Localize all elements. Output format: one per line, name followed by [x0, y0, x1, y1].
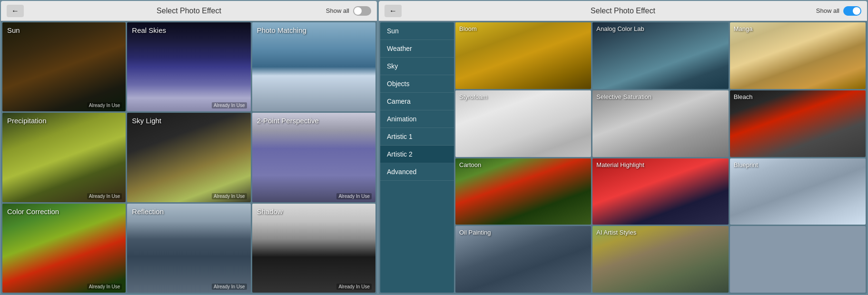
sidebar-item-artistic2[interactable]: Artistic 2	[380, 146, 454, 163]
left-grid-title-reflection: Reflection	[132, 207, 164, 216]
left-show-all: Show all	[326, 6, 371, 16]
sidebar-item-weather[interactable]: Weather	[380, 40, 454, 58]
left-grid-badge-reflection: Already In Use	[212, 284, 247, 290]
sidebar-item-sun[interactable]: Sun	[380, 22, 454, 40]
right-panel: ← Select Photo Effect Show all SunWeathe…	[379, 1, 867, 294]
left-grid-title-twopoint: 2-Point Perspective	[257, 117, 319, 125]
left-show-all-toggle[interactable]	[353, 6, 371, 16]
left-show-all-label: Show all	[326, 7, 349, 14]
effect-title-styrofoam: Styrofoam	[459, 93, 487, 100]
sidebar: SunWeatherSkyObjectsCameraAnimationArtis…	[380, 22, 454, 293]
right-show-all: Show all	[816, 6, 861, 16]
left-grid-item-realskies[interactable]: Real SkiesAlready In Use	[127, 22, 250, 111]
left-grid-badge-realskies: Already In Use	[212, 102, 247, 108]
right-back-button[interactable]: ←	[385, 5, 402, 17]
left-panel: ← Select Photo Effect Show all SunAlread…	[1, 1, 377, 294]
sidebar-item-animation[interactable]: Animation	[380, 110, 454, 128]
right-panel-title: Select Photo Effect	[591, 7, 655, 15]
effect-title-manga: Manga	[734, 25, 753, 32]
effect-title-aiartist: AI Artist Styles	[596, 229, 636, 236]
left-grid-item-photomatching[interactable]: Photo Matching	[252, 22, 375, 111]
effect-title-bleach: Bleach	[734, 93, 753, 100]
left-grid-item-reflection[interactable]: ReflectionAlready In Use	[127, 204, 250, 293]
effect-title-bloom: Bloom	[459, 25, 477, 32]
right-content: SunWeatherSkyObjectsCameraAnimationArtis…	[379, 21, 867, 294]
left-grid-badge-twopoint: Already In Use	[336, 193, 372, 199]
left-grid-title-shadow: Shadow	[257, 207, 283, 216]
sidebar-item-camera[interactable]: Camera	[380, 93, 454, 110]
left-grid-item-precipitation[interactable]: PrecipitationAlready In Use	[2, 113, 126, 202]
right-show-all-toggle[interactable]	[843, 6, 861, 16]
effect-item-analogcolorlab[interactable]: Analog Color Lab	[592, 22, 728, 89]
effect-item-blueprint[interactable]: Blueprint	[730, 158, 866, 225]
effect-item-materialhighlight[interactable]: Material Highlight	[592, 158, 728, 225]
left-back-button[interactable]: ←	[7, 5, 24, 17]
effect-item-styrofoam[interactable]: Styrofoam	[455, 90, 591, 157]
effect-title-oilpainting: Oil Painting	[459, 229, 491, 236]
left-grid-title-skylight: Sky Light	[132, 117, 161, 125]
sidebar-item-sky[interactable]: Sky	[380, 58, 454, 75]
left-grid-title-colorcorrection: Color Correction	[7, 207, 59, 216]
left-grid-item-sun[interactable]: SunAlready In Use	[2, 22, 126, 111]
effect-item-bloom[interactable]: Bloom	[455, 22, 591, 89]
effect-item-manga[interactable]: Manga	[730, 22, 866, 89]
left-grid-badge-sun: Already In Use	[87, 102, 122, 108]
left-panel-header: ← Select Photo Effect Show all	[1, 1, 377, 21]
effects-grid: BloomAnalog Color LabMangaStyrofoamSelec…	[455, 22, 866, 293]
effect-item-oilpainting[interactable]: Oil Painting	[455, 226, 591, 293]
sidebar-item-objects[interactable]: Objects	[380, 75, 454, 93]
left-grid-title-realskies: Real Skies	[132, 26, 166, 34]
left-grid-item-twopoint[interactable]: 2-Point PerspectiveAlready In Use	[252, 113, 375, 202]
right-show-all-label: Show all	[816, 7, 839, 14]
left-grid-badge-colorcorrection: Already In Use	[87, 284, 122, 290]
effect-title-cartoon: Cartoon	[459, 161, 481, 168]
left-grid-title-photomatching: Photo Matching	[257, 26, 306, 34]
effect-item-cartoon[interactable]: Cartoon	[455, 158, 591, 225]
effect-title-materialhighlight: Material Highlight	[596, 161, 644, 168]
left-effects-grid: SunAlready In UseReal SkiesAlready In Us…	[1, 21, 377, 294]
left-grid-item-skylight[interactable]: Sky LightAlready In Use	[127, 113, 250, 202]
left-grid-item-shadow[interactable]: ShadowAlready In Use	[252, 204, 375, 293]
left-grid-item-colorcorrection[interactable]: Color CorrectionAlready In Use	[2, 204, 126, 293]
effect-title-analogcolorlab: Analog Color Lab	[596, 25, 644, 32]
sidebar-item-advanced[interactable]: Advanced	[380, 163, 454, 181]
effect-item-empty[interactable]	[730, 226, 866, 293]
left-grid-title-sun: Sun	[7, 26, 20, 34]
left-grid-title-precipitation: Precipitation	[7, 117, 47, 125]
left-grid-badge-skylight: Already In Use	[212, 193, 247, 199]
left-panel-title: Select Photo Effect	[157, 7, 221, 15]
right-panel-header: ← Select Photo Effect Show all	[379, 1, 867, 21]
effect-item-selectivesat[interactable]: Selective Saturation	[592, 90, 728, 157]
effect-item-bleach[interactable]: Bleach	[730, 90, 866, 157]
left-grid-badge-shadow: Already In Use	[336, 284, 372, 290]
left-grid-badge-precipitation: Already In Use	[87, 193, 122, 199]
effect-title-selectivesat: Selective Saturation	[596, 93, 651, 100]
effect-item-aiartist[interactable]: AI Artist Styles	[592, 226, 728, 293]
effect-title-blueprint: Blueprint	[734, 161, 758, 168]
sidebar-item-artistic1[interactable]: Artistic 1	[380, 128, 454, 146]
